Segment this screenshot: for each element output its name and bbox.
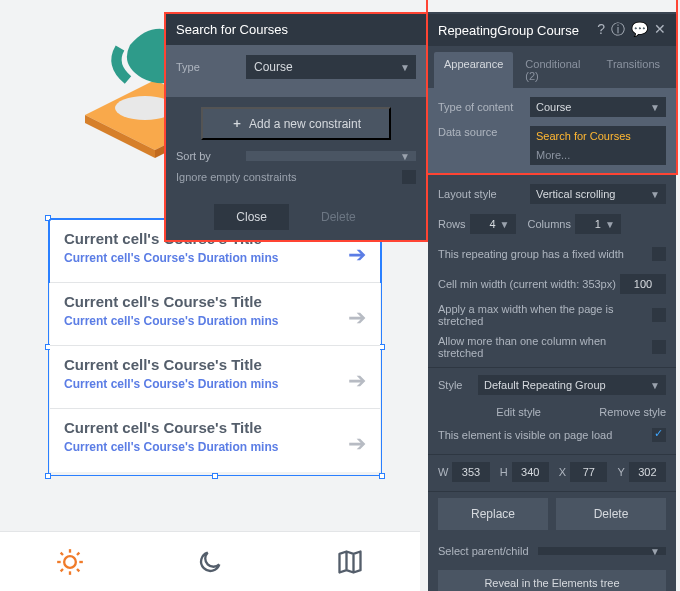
delete-button[interactable]: Delete xyxy=(299,204,378,230)
fixed-width-label: This repeating group has a fixed width xyxy=(438,248,652,260)
tab-appearance[interactable]: Appearance xyxy=(434,52,513,88)
layout-style-label: Layout style xyxy=(438,188,530,200)
map-icon[interactable] xyxy=(336,548,364,576)
svg-line-10 xyxy=(61,552,63,554)
rows-label: Rows xyxy=(438,218,466,230)
type-select[interactable]: Course▼ xyxy=(246,55,416,79)
sort-by-label: Sort by xyxy=(176,150,246,162)
edit-style-link[interactable]: Edit style xyxy=(496,406,541,418)
more-col-label: Allow more than one column when stretche… xyxy=(438,335,652,359)
caret-down-icon: ▼ xyxy=(400,151,410,162)
caret-down-icon: ▼ xyxy=(500,219,510,230)
reveal-button[interactable]: Reveal in the Elements tree xyxy=(438,570,666,591)
sun-icon[interactable] xyxy=(56,548,84,576)
h-input[interactable]: 340 xyxy=(512,462,549,482)
arrow-right-icon: ➔ xyxy=(348,431,366,457)
data-source-label: Data source xyxy=(438,126,530,138)
list-item[interactable]: Current cell's Course's Title Current ce… xyxy=(50,409,380,472)
layout-style-select[interactable]: Vertical scrolling▼ xyxy=(530,184,666,204)
repeating-group-preview[interactable]: Current cell's Course's Title Current ce… xyxy=(50,220,380,472)
tab-transitions[interactable]: Transitions xyxy=(597,52,670,88)
remove-style-link[interactable]: Remove style xyxy=(599,406,666,418)
search-constraints-popup: Search for Courses Type Course▼ ＋Add a n… xyxy=(164,12,428,242)
cell-title: Current cell's Course's Title xyxy=(64,293,366,310)
element-title: RepeatingGroup Course xyxy=(438,23,579,38)
caret-down-icon: ▼ xyxy=(605,219,615,230)
tab-conditional[interactable]: Conditional (2) xyxy=(515,52,594,88)
type-of-content-label: Type of content xyxy=(438,101,530,113)
caret-down-icon: ▼ xyxy=(650,102,660,113)
caret-down-icon: ▼ xyxy=(650,380,660,391)
info-icon[interactable]: ⓘ xyxy=(611,21,625,39)
svg-line-13 xyxy=(77,552,79,554)
x-input[interactable]: 77 xyxy=(570,462,607,482)
help-icon[interactable]: ? xyxy=(597,21,605,39)
columns-input[interactable]: 1▼ xyxy=(575,214,621,234)
ignore-empty-checkbox[interactable] xyxy=(402,170,416,184)
visible-label: This element is visible on page load xyxy=(438,429,652,441)
list-item[interactable]: Current cell's Course's Title Current ce… xyxy=(50,346,380,409)
data-source-more[interactable]: More... xyxy=(530,145,666,165)
style-label: Style xyxy=(438,379,478,391)
panel-tabs: Appearance Conditional (2) Transitions xyxy=(428,46,676,88)
sort-by-select[interactable]: ▼ xyxy=(246,151,416,161)
cell-title: Current cell's Course's Title xyxy=(64,419,366,436)
svg-line-11 xyxy=(77,569,79,571)
max-width-checkbox[interactable] xyxy=(652,308,666,322)
select-parent-label: Select parent/child xyxy=(438,545,538,557)
highlight-box: RepeatingGroup Course ? ⓘ 💬 ✕ Appearance… xyxy=(426,0,678,175)
comment-icon[interactable]: 💬 xyxy=(631,21,648,39)
w-label: W xyxy=(438,466,448,478)
cell-min-width-input[interactable]: 100 xyxy=(620,274,666,294)
columns-label: Columns xyxy=(528,218,571,230)
delete-button[interactable]: Delete xyxy=(556,498,666,530)
cell-subtitle: Current cell's Course's Duration mins xyxy=(64,251,366,265)
cell-title: Current cell's Course's Title xyxy=(64,356,366,373)
style-select[interactable]: Default Repeating Group▼ xyxy=(478,375,666,395)
select-parent-select[interactable]: ▼ xyxy=(538,547,666,555)
moon-icon[interactable] xyxy=(196,548,224,576)
svg-line-12 xyxy=(61,569,63,571)
caret-down-icon: ▼ xyxy=(650,189,660,200)
svg-point-5 xyxy=(64,556,76,568)
close-button[interactable]: Close xyxy=(214,204,289,230)
x-label: X xyxy=(559,466,566,478)
type-of-content-select[interactable]: Course▼ xyxy=(530,97,666,117)
add-constraint-button[interactable]: ＋Add a new constraint xyxy=(201,107,391,140)
caret-down-icon: ▼ xyxy=(650,546,660,557)
arrow-right-icon: ➔ xyxy=(348,305,366,331)
more-col-checkbox[interactable] xyxy=(652,340,666,354)
visible-checkbox[interactable] xyxy=(652,428,666,442)
cell-subtitle: Current cell's Course's Duration mins xyxy=(64,377,366,391)
cell-subtitle: Current cell's Course's Duration mins xyxy=(64,314,366,328)
plus-icon: ＋ xyxy=(231,115,243,132)
popup-title: Search for Courses xyxy=(166,14,426,45)
arrow-right-icon: ➔ xyxy=(348,242,366,268)
rows-input[interactable]: 4▼ xyxy=(470,214,516,234)
w-input[interactable]: 353 xyxy=(452,462,489,482)
data-source-input[interactable]: Search for Courses xyxy=(530,126,666,146)
cell-min-width-label: Cell min width (current width: 353px) xyxy=(438,278,620,290)
close-icon[interactable]: ✕ xyxy=(654,21,666,39)
h-label: H xyxy=(500,466,508,478)
bottom-nav xyxy=(0,531,420,591)
replace-button[interactable]: Replace xyxy=(438,498,548,530)
list-item[interactable]: Current cell's Course's Title Current ce… xyxy=(50,283,380,346)
y-input[interactable]: 302 xyxy=(629,462,666,482)
y-label: Y xyxy=(617,466,624,478)
type-label: Type xyxy=(176,61,246,73)
max-width-label: Apply a max width when the page is stret… xyxy=(438,303,652,327)
ignore-empty-label: Ignore empty constraints xyxy=(176,171,296,183)
property-panel: RepeatingGroup Course ? ⓘ 💬 ✕ Appearance… xyxy=(428,12,676,591)
arrow-right-icon: ➔ xyxy=(348,368,366,394)
fixed-width-checkbox[interactable] xyxy=(652,247,666,261)
caret-down-icon: ▼ xyxy=(400,62,410,73)
cell-subtitle: Current cell's Course's Duration mins xyxy=(64,440,366,454)
